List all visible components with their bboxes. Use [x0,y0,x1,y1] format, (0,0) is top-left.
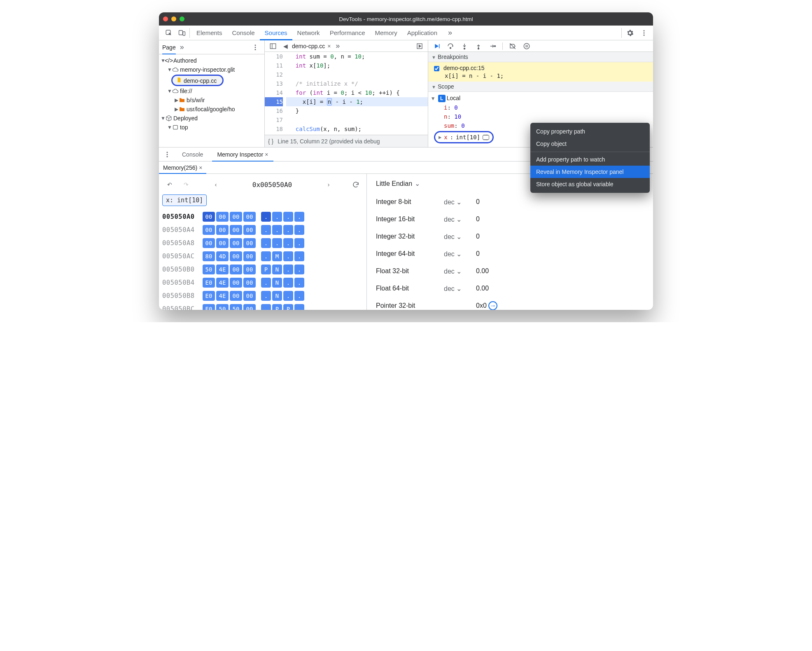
tree-deployed[interactable]: ▼Deployed [159,114,264,123]
inspect-icon[interactable] [163,27,175,39]
unit-select[interactable]: dec ⌄ [444,215,476,223]
value-row: Integer 32-bitdec ⌄0 [376,228,644,245]
main-tab-network[interactable]: Network [292,26,325,40]
unit-select[interactable]: dec ⌄ [444,285,476,293]
drawer-kebab-icon[interactable] [161,149,173,160]
breakpoint-entry[interactable]: demo-cpp.cc:15 x[i] = n - i - 1; [428,62,653,82]
settings-gear-icon[interactable] [624,27,636,39]
editor-status-bar: { } Line 15, Column 22 (provided via deb… [265,135,428,147]
hex-row[interactable]: 005050B4E04E0000.N.. [162,276,363,289]
hex-row[interactable]: 005050A000000000.... [162,210,363,223]
unit-select[interactable]: dec ⌄ [444,267,476,275]
scope-var-n[interactable]: n: 10 [432,112,650,121]
resume-icon[interactable] [432,42,441,50]
tree-top[interactable]: ▼top [159,123,264,132]
memory-body: ↶ ↷ ‹ 0x005050A0 › x: int[10] 005050A000… [159,174,653,310]
next-page-icon[interactable]: › [323,179,334,190]
braces-icon[interactable]: { } [268,138,273,145]
step-over-icon[interactable] [446,42,455,50]
sidebar-toggle-icon[interactable] [267,40,279,52]
drawer-tab-console[interactable]: Console [177,148,208,162]
editor-tabs-more-icon[interactable]: » [333,42,340,50]
svg-point-20 [167,152,168,153]
prev-page-icon[interactable]: ‹ [210,179,222,190]
hex-row[interactable]: 005050A400000000.... [162,223,363,237]
chevron-down-icon: ⌄ [415,180,420,187]
hex-row[interactable]: 005050A800000000.... [162,237,363,250]
unit-select[interactable]: dec ⌄ [444,233,476,241]
main-tab-elements[interactable]: Elements [191,26,227,40]
svg-point-17 [524,43,530,49]
redo-icon[interactable]: ↷ [180,179,192,190]
memory-tab-256[interactable]: Memory(256) × [159,162,206,174]
kebab-menu-icon[interactable] [638,27,650,39]
navigator-more-icon[interactable]: » [180,43,184,52]
code-editor[interactable]: 1011121314151617181920 int sum = 0, n = … [265,52,428,135]
file-icon [176,77,182,83]
ctx-store-global[interactable]: Store object as global variable [530,178,650,190]
svg-point-15 [478,48,479,49]
unit-select[interactable]: dec ⌄ [444,198,476,206]
breakpoints-header[interactable]: ▼Breakpoints [428,52,653,62]
run-snippet-icon[interactable] [414,40,425,52]
local-badge-icon: L [438,95,446,102]
memory-values-pane: Little Endian ⌄ Integer 8-bitdec ⌄0Integ… [367,174,653,310]
deactivate-breakpoints-icon[interactable] [509,42,517,50]
navigator-kebab-icon[interactable] [250,42,261,53]
device-mode-icon[interactable] [176,27,188,39]
step-icon[interactable] [488,42,497,50]
tree-host[interactable]: ▼memory-inspector.glit [159,65,264,74]
context-menu: Copy property path Copy object Add prope… [530,123,650,193]
close-icon[interactable]: × [199,164,202,171]
scope-var-i[interactable]: i: 0 [432,103,650,112]
hex-row[interactable]: 005050AC804D0000.M.. [162,250,363,263]
main-tab-sources[interactable]: Sources [260,26,292,40]
tree-filescheme[interactable]: ▼file:// [159,87,264,96]
address-input[interactable]: 0x005050A0 [226,181,318,189]
value-row: Integer 16-bitdec ⌄0 [376,211,644,228]
tree-file-demo-cpp[interactable]: demo-cpp.cc [159,74,264,87]
cloud-icon [172,88,179,94]
undo-icon[interactable]: ↶ [164,179,175,190]
step-out-icon[interactable] [474,42,483,50]
svg-point-16 [495,45,496,47]
unit-select[interactable]: dec ⌄ [444,250,476,258]
scope-local-row[interactable]: ▼ LLocal [432,94,650,103]
jump-to-address-icon[interactable]: → [488,301,497,310]
tree-dir1[interactable]: ▶b/s/w/ir [159,96,264,105]
step-into-icon[interactable] [460,42,469,50]
folder-icon [179,97,185,103]
breakpoint-checkbox[interactable] [434,66,439,71]
svg-point-8 [255,49,256,50]
memory-chip-icon[interactable] [483,135,489,140]
ctx-add-watch[interactable]: Add property path to watch [530,152,650,166]
ctx-reveal-memory[interactable]: Reveal in Memory Inspector panel [530,166,650,178]
tree-authored[interactable]: ▼</>Authored [159,56,264,65]
ctx-copy-property-path[interactable]: Copy property path [530,125,650,138]
hex-row[interactable]: 005050BCE0505000.PP. [162,302,363,310]
navigator-page: Page » ▼</>Authored ▼memory-inspector.gl… [159,40,265,147]
main-tab-performance[interactable]: Performance [325,26,370,40]
tree-dir2[interactable]: ▶usr/local/google/ho [159,105,264,114]
editor-tab-file[interactable]: demo-cpp.cc [292,43,325,49]
window-titlebar: DevTools - memory-inspector.glitch.me/de… [159,12,653,26]
close-tab-icon[interactable]: × [327,43,331,49]
editor-pane: ◀ demo-cpp.cc × » 1011121314151617181920… [265,40,428,147]
overflow-tabs-icon[interactable]: » [444,28,456,37]
svg-point-22 [167,156,168,157]
ctx-copy-object[interactable]: Copy object [530,138,650,150]
main-tab-application[interactable]: Application [402,26,442,40]
hex-row[interactable]: 005050B8E04E0000.N.. [162,289,363,302]
nav-back-icon[interactable]: ◀ [281,40,289,52]
main-tab-console[interactable]: Console [227,26,260,40]
page-tab[interactable]: Page [162,40,176,54]
scope-header[interactable]: ▼Scope [428,82,653,92]
close-icon[interactable]: × [265,151,268,158]
memory-hex-pane: ↶ ↷ ‹ 0x005050A0 › x: int[10] 005050A000… [159,174,367,310]
memory-object-label[interactable]: x: int[10] [162,194,207,206]
pause-on-exceptions-icon[interactable] [523,42,531,50]
drawer-tab-memory-inspector[interactable]: Memory Inspector × [212,148,273,162]
main-tab-memory[interactable]: Memory [370,26,402,40]
hex-row[interactable]: 005050B0504E0000PN.. [162,263,363,276]
refresh-icon[interactable] [350,179,362,190]
